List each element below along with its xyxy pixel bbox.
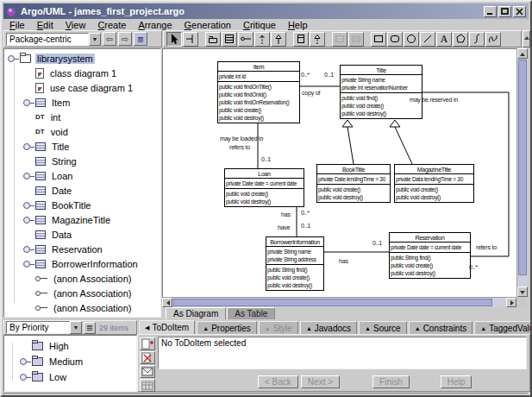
tree-item-anon-association[interactable]: (anon Association) [4,286,160,300]
tree-expander-icon[interactable] [23,261,30,268]
tree-item-high[interactable]: High [4,338,136,354]
menu-create[interactable]: Create [91,20,132,30]
todo-perspective-combobox[interactable]: By Priority ▼ [6,321,82,334]
perspective-combobox[interactable]: Package-centric ▼ [6,33,101,46]
combo-dropdown-icon[interactable]: ▼ [70,321,82,334]
tree-item-low[interactable]: Low [4,369,136,385]
perspective-back-button[interactable]: ⇦ [103,32,116,46]
spline-tool[interactable] [469,32,485,47]
rectangle-tool[interactable] [371,32,386,47]
rounded-rectangle-tool[interactable] [387,32,403,47]
tree-item-use-case-diagram-1[interactable]: use case diagram 1 [4,80,160,95]
menu-view[interactable]: View [59,20,92,30]
diagram-canvas[interactable]: Itemprivate int idpublic void findOnTitl… [162,48,516,297]
toolbar-overflow-button[interactable] [523,30,530,47]
resolve-todo-icon[interactable] [140,351,155,364]
edge-label[interactable]: 0..1 [261,156,271,162]
tree-item-data[interactable]: Data [4,227,160,242]
tree-item-date[interactable]: Date [4,183,160,198]
polygon-tool[interactable] [453,32,468,47]
scroll-left-button[interactable] [162,298,172,307]
edge-label[interactable]: copy of [302,90,320,96]
minimize-button[interactable] [484,6,497,17]
tree-item-anon-association[interactable]: (anon Association) [4,300,160,315]
menu-edit[interactable]: Edit [31,20,59,30]
tab-taggedvalues[interactable]: ▲TaggedValues [474,321,532,334]
menu-generation[interactable]: Generation [178,20,237,30]
tree-item-anon-association[interactable]: (anon Association) [4,315,160,318]
menu-critique[interactable]: Critique [237,20,282,30]
tab-javadocs[interactable]: ▲Javadocs [300,321,357,334]
tab-constraints[interactable]: ▲Constraints [409,321,473,334]
tab-as-diagram[interactable]: As Diagram [166,307,226,319]
edge-label[interactable]: have [278,224,290,230]
todo-flatten-button[interactable]: ≣ [84,322,96,334]
uml-class-magazinetitle[interactable]: MagazineTitleprivate Data lendingTime = … [394,164,474,203]
select-tool[interactable] [166,32,182,47]
realization-tool[interactable] [310,32,325,47]
tree-expander-icon[interactable] [8,55,15,62]
uml-class-loan[interactable]: Loanprivate Date date = current datepubl… [224,168,304,207]
uml-class-item[interactable]: Itemprivate int idpublic void findOnTitl… [217,61,300,123]
vertical-scroll-thumb[interactable] [518,60,527,275]
tree-item-borrowerinformation[interactable]: BorrowerInformation [4,256,160,271]
edge-label[interactable]: 0..* [469,264,478,270]
maximize-button[interactable] [498,6,511,17]
interface-tool[interactable] [293,32,309,47]
edge-label[interactable]: 0..1 [372,240,382,246]
class-tool[interactable] [222,32,237,47]
broken-edge-tool[interactable] [183,32,198,47]
edge-label[interactable]: has [339,258,348,264]
generalization-booktitle[interactable] [347,127,354,164]
association-tool[interactable] [238,32,253,47]
tree-expander-icon[interactable] [23,143,30,150]
tree-expander-icon[interactable] [20,358,27,365]
tree-item-string[interactable]: String [4,154,160,168]
edge-label[interactable]: 0..* [301,210,310,216]
configure-perspectives-button[interactable]: ≣ [134,32,147,46]
edge-label[interactable]: 0..* [301,72,310,78]
tree-expander-icon[interactable] [23,99,30,106]
edge-label[interactable]: 0..1 [324,72,334,78]
scroll-up-button[interactable] [517,48,528,59]
uml-class-borrowerinformation[interactable]: BorrowerInformationprivate String namepr… [266,236,324,291]
tree-expander-icon[interactable] [23,217,30,224]
edge-label[interactable]: refers to [476,244,497,250]
generalization-magazinetitle[interactable] [395,127,412,164]
line-tool[interactable] [420,32,435,47]
close-button[interactable] [513,6,526,17]
edge-label[interactable]: may be loaded in [220,135,263,142]
tree-expander-icon[interactable] [23,246,30,253]
edge-label[interactable]: 0..1 [301,223,310,229]
tree-item-int[interactable]: DTint [4,110,160,124]
text-tool[interactable]: A [436,32,452,47]
edge-label[interactable]: may be reserved in [410,97,458,103]
new-todo-icon[interactable] [140,337,155,350]
tree-item-loan[interactable]: Loan [4,168,160,183]
tree-item-librarysystem[interactable]: librarysystem [4,51,160,66]
menu-arrange[interactable]: Arrange [132,20,178,30]
package-tool[interactable] [205,32,221,47]
tree-expander-icon[interactable] [20,374,27,381]
tree-item-reservation[interactable]: Reservation [4,242,160,256]
scroll-down-button[interactable] [517,287,528,297]
tree-item-medium[interactable]: Medium [4,354,136,369]
combo-dropdown-icon[interactable]: ▼ [89,33,101,46]
uml-class-booktitle[interactable]: BookTitleprivate Date lendingTime = 30pu… [316,164,391,203]
tree-item-class-diagram-1[interactable]: class diagram 1 [4,66,160,80]
diagram-vertical-scrollbar[interactable] [516,48,528,297]
tree-item-void[interactable]: DTvoid [4,124,160,139]
horizontal-scroll-thumb[interactable] [173,299,492,306]
diagram-horizontal-scrollbar[interactable] [162,297,516,307]
tree-expander-icon[interactable] [23,202,30,209]
edge-label[interactable]: refers to [229,144,250,150]
ink-tool[interactable] [485,32,501,47]
dependency-tool[interactable] [254,32,270,47]
tab-todoitem[interactable]: ◀ToDoItem [139,320,195,334]
menu-help[interactable]: Help [282,20,314,30]
tree-item-title[interactable]: Title [4,139,160,154]
tab-source[interactable]: ▲Source [359,321,407,334]
generalization-tool[interactable] [271,32,286,47]
menu-file[interactable]: File [3,20,31,30]
tab-properties[interactable]: ▲Properties [197,321,257,334]
